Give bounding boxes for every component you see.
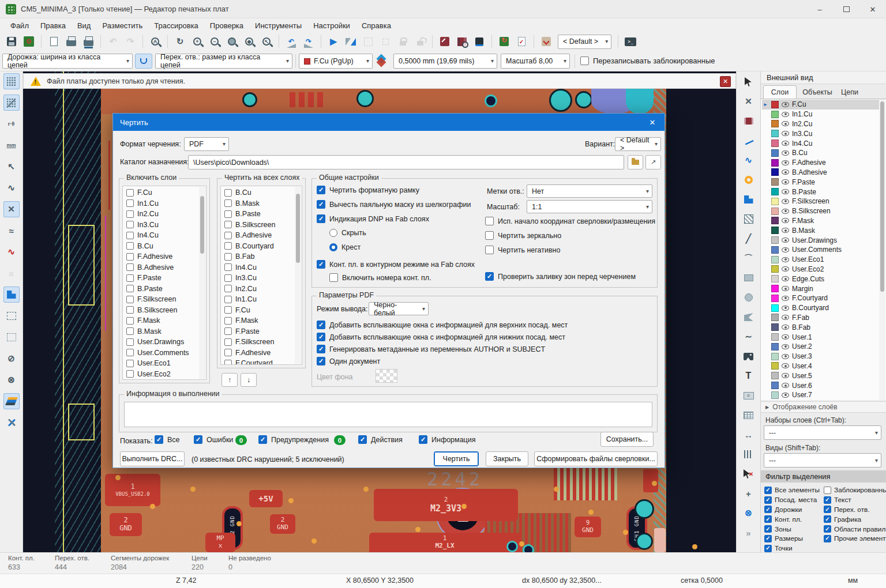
route-tracks-icon[interactable] (741, 133, 757, 149)
layer-color-swatch[interactable] (771, 343, 779, 350)
layer-checkbox[interactable] (126, 221, 134, 228)
layer-row-b.silkscreen[interactable]: B.Silkscreen (125, 305, 198, 316)
appearance-layer-b.adhesive[interactable]: B.Adhesive (762, 168, 880, 178)
lock-icon[interactable] (395, 33, 411, 50)
drill-marks-select[interactable]: Нет▾ (527, 184, 652, 198)
layer-row-b.adhesive[interactable]: B.Adhesive (125, 262, 198, 273)
router-highlight-icon[interactable] (538, 33, 554, 50)
visibility-eye-icon[interactable] (782, 266, 789, 272)
preferences-icon[interactable] (3, 414, 20, 431)
pdf-front-popups-checkbox[interactable]: Добавить всплывающие окна с информацией … (317, 321, 568, 329)
layer-row-b.paste[interactable]: B.Paste (125, 284, 198, 295)
layer-checkbox[interactable] (224, 253, 232, 261)
visibility-eye-icon[interactable] (782, 276, 789, 281)
layer-color-swatch[interactable] (771, 295, 779, 302)
layer-row-f.silkscreen[interactable]: F.Silkscreen (125, 294, 198, 305)
visibility-eye-icon[interactable] (782, 209, 789, 214)
appearance-layer-user.5[interactable]: User.5 (762, 371, 880, 380)
negative-plot-checkbox[interactable]: Чертить негативно (485, 246, 560, 254)
filter-all-checkbox[interactable]: Все (155, 435, 180, 444)
menu-вид[interactable]: Вид (72, 20, 97, 31)
layer-checkbox[interactable] (224, 232, 232, 239)
layer-row-b.silkscreen[interactable]: B.Silkscreen (223, 220, 294, 231)
add-dimension-icon[interactable]: ↔ (741, 427, 757, 443)
ratsnest-visibility-icon[interactable]: ∿ (3, 180, 20, 196)
layer-preset-select[interactable]: < Default >▾ (558, 35, 611, 49)
layer-row-b.courtyard[interactable]: B.Courtyard (223, 241, 294, 252)
layer-color-swatch[interactable] (771, 304, 779, 312)
layer-color-swatch[interactable] (771, 275, 779, 282)
visibility-eye-icon[interactable] (782, 363, 789, 368)
visibility-eye-icon[interactable] (782, 102, 789, 107)
filter-заблокированные[interactable]: Заблокированные (824, 486, 885, 494)
layer-checkbox[interactable] (126, 370, 134, 378)
layer-color-swatch[interactable] (771, 217, 779, 224)
minimize-button[interactable]: – (806, 0, 833, 18)
layer-checkbox[interactable] (126, 189, 134, 197)
grid-select[interactable]: 0,5000 mm (19,69 mils)▾ (393, 54, 497, 69)
select-tool-icon[interactable] (741, 74, 757, 90)
layer-row-user.eco2[interactable]: User.Eco2 (125, 369, 198, 380)
ratsnest-lines-icon[interactable]: ✕ (3, 201, 20, 217)
viewports-select[interactable]: ---▾ (764, 453, 881, 468)
layer-color-swatch[interactable] (771, 314, 779, 321)
layer-checkbox[interactable] (126, 285, 134, 292)
generate-drill-files-button[interactable]: Сформировать файлы сверловки... (534, 451, 658, 466)
visibility-eye-icon[interactable] (782, 257, 789, 262)
active-layer-select[interactable]: F.Cu (PgUp)▾ (299, 54, 373, 69)
filter-графика[interactable]: Графика (824, 515, 885, 523)
search-icon[interactable]: A (147, 33, 163, 50)
zoom-out-icon[interactable]: − (207, 33, 223, 50)
appearance-layer-margin[interactable]: Margin (762, 284, 880, 293)
zoom-to-selection-icon[interactable]: ↖ (258, 33, 275, 50)
show-grid-icon[interactable] (3, 73, 20, 89)
browse-folder-button[interactable] (628, 155, 643, 169)
draw-circle-icon[interactable] (741, 289, 757, 306)
zone-outline-mode-icon[interactable] (3, 308, 20, 324)
close-button[interactable]: ✕ (859, 0, 886, 18)
layer-row-b.mask[interactable]: B.Mask (125, 326, 198, 337)
layer-checkbox[interactable] (224, 327, 232, 335)
visibility-eye-icon[interactable] (782, 393, 789, 398)
draw-line-icon[interactable]: ╱ (741, 231, 757, 247)
cursor-shape-icon[interactable]: ↖ (3, 159, 20, 175)
add-rule-area-icon[interactable] (741, 211, 757, 227)
layer-pair-icon[interactable] (376, 55, 388, 67)
menu-проверка[interactable]: Проверка (204, 20, 249, 31)
layer-row-b.fab[interactable]: B.Fab (223, 251, 294, 262)
layer-row-f.mask[interactable]: F.Mask (125, 315, 198, 326)
format-select[interactable]: PDF▾ (184, 137, 229, 151)
menu-файл[interactable]: Файл (5, 20, 35, 31)
layer-row-user.comments[interactable]: User.Comments (125, 348, 198, 359)
layer-display-options[interactable]: ▶Отображение слоёв (761, 401, 886, 413)
place-footprint-icon[interactable] (741, 113, 757, 129)
menu-трассировка[interactable]: Трассировка (148, 20, 204, 31)
layer-color-swatch[interactable] (771, 198, 779, 205)
visibility-eye-icon[interactable] (782, 247, 789, 252)
visibility-eye-icon[interactable] (782, 344, 789, 349)
visibility-eye-icon[interactable] (782, 131, 789, 136)
layer-row-user.eco1[interactable]: User.Eco1 (125, 358, 198, 369)
3d-viewer-icon[interactable] (471, 33, 487, 50)
appearance-layer-in2.cu[interactable]: In2.Cu (762, 119, 880, 129)
layer-color-swatch[interactable] (771, 236, 779, 244)
tab-nets[interactable]: Цепи (837, 85, 862, 99)
filter-конт-пл-[interactable]: Конт. пл. (764, 515, 824, 523)
visibility-eye-icon[interactable] (782, 383, 789, 388)
mirrored-plot-checkbox[interactable]: Чертить зеркально (485, 231, 561, 240)
dnp-cross-radio[interactable]: Крест (329, 243, 361, 251)
layer-color-swatch[interactable] (771, 362, 779, 370)
visibility-eye-icon[interactable] (782, 306, 789, 311)
footprint-browser-icon[interactable] (454, 33, 470, 50)
output-dir-input[interactable] (188, 155, 624, 169)
track-width-select[interactable]: Дорожка: ширина из класса цепей▾ (2, 54, 133, 69)
visibility-eye-icon[interactable] (782, 286, 789, 291)
appearance-layer-b.mask[interactable]: B.Mask (762, 225, 880, 235)
layer-checkbox[interactable] (126, 317, 134, 325)
layer-row-f.cu[interactable]: F.Cu (125, 187, 198, 198)
close-dialog-button[interactable]: Закрыть (486, 451, 528, 466)
filter-warnings-checkbox[interactable]: Предупреждения (258, 435, 329, 444)
appearance-layer-b.cu[interactable]: B.Cu (762, 148, 880, 158)
layer-row-in3.cu[interactable]: In3.Cu (223, 273, 294, 284)
zoom-in-icon[interactable]: + (189, 33, 205, 50)
